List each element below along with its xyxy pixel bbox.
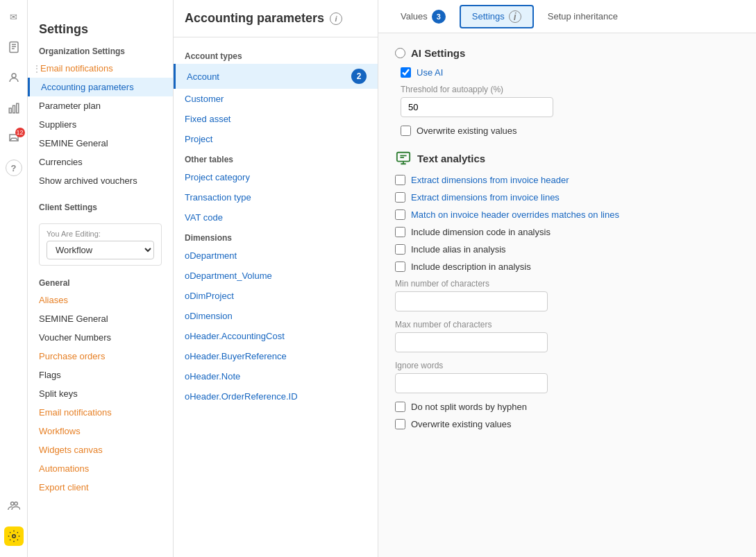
use-ai-row: Use AI: [401, 67, 739, 78]
tab-bar: Values 3 Settings i Setup inheritance: [378, 0, 756, 33]
nav-widgets-canvas[interactable]: Widgets canvas: [28, 440, 173, 459]
list-item-transaction-type[interactable]: Transaction type: [174, 187, 378, 207]
list-item-oheader-orderreference[interactable]: oHeader.OrderReference.ID: [174, 386, 378, 406]
nav-email-notif-client[interactable]: Email notifications: [28, 403, 173, 422]
overwrite-bottom-label: Overwrite existing values: [411, 419, 512, 429]
nav-automations[interactable]: Automations: [28, 459, 173, 478]
inbox-nav-icon[interactable]: 12: [4, 129, 24, 148]
person-nav-icon[interactable]: [4, 68, 24, 87]
nav-export-client[interactable]: Export client: [28, 478, 173, 497]
list-item-customer[interactable]: Customer: [174, 89, 378, 109]
include-desc-checkbox[interactable]: [395, 262, 405, 272]
ignore-words-input[interactable]: [395, 373, 548, 393]
text-analytics-icon: [395, 150, 412, 166]
max-chars-row: Max number of characters: [395, 320, 739, 352]
workflow-select[interactable]: Workflow: [47, 241, 154, 259]
svg-point-8: [10, 502, 14, 506]
extract-lines-checkbox[interactable]: [395, 192, 405, 203]
overwrite-bottom-checkbox[interactable]: [395, 419, 405, 429]
list-item-fixed-asset[interactable]: Fixed asset: [174, 109, 378, 129]
nav-semine-general-client[interactable]: SEMINE General: [28, 309, 173, 328]
list-item-odepartment[interactable]: oDepartment: [174, 246, 378, 266]
include-alias-checkbox[interactable]: [395, 244, 405, 255]
nav-parameter-plan[interactable]: Parameter plan: [28, 96, 173, 115]
list-item-odepartment-volume[interactable]: oDepartment_Volume: [174, 266, 378, 286]
nav-voucher-numbers[interactable]: Voucher Numbers: [28, 328, 173, 347]
include-desc-row: Include description in analysis: [395, 262, 739, 272]
extract-header-checkbox[interactable]: [395, 175, 405, 185]
tab-values[interactable]: Values 3: [389, 6, 457, 28]
left-nav: Settings Organization Settings ⋮ Email n…: [28, 0, 174, 557]
threshold-input[interactable]: [401, 97, 553, 117]
nav-currencies[interactable]: Currencies: [28, 153, 173, 171]
min-chars-input[interactable]: [395, 291, 548, 311]
tab-setup-inheritance[interactable]: Setup inheritance: [537, 7, 629, 26]
ai-settings-radio[interactable]: [395, 48, 405, 58]
account-badge: 2: [351, 69, 367, 84]
nav-semine-general[interactable]: SEMINE General: [28, 134, 173, 153]
no-split-hyphen-row: Do not split words by hyphen: [395, 402, 739, 412]
list-item-odimension[interactable]: oDimension: [174, 306, 378, 326]
email-nav-icon[interactable]: ✉: [4, 7, 24, 26]
svg-rect-6: [12, 105, 15, 113]
use-ai-checkbox[interactable]: [401, 67, 411, 78]
include-dim-code-label: Include dimension code in analysis: [411, 227, 551, 237]
tab-values-label: Values: [401, 11, 428, 22]
match-override-checkbox[interactable]: [395, 209, 405, 220]
list-item-account[interactable]: Account 2: [174, 64, 378, 89]
list-item-oheader-buyerreference[interactable]: oHeader.BuyerReference: [174, 346, 378, 366]
overwrite-top-label: Overwrite existing values: [417, 126, 517, 136]
svg-rect-5: [9, 108, 11, 113]
overwrite-top-checkbox[interactable]: [401, 126, 411, 136]
org-section-label: Organization Settings: [28, 42, 173, 59]
no-split-hyphen-label: Do not split words by hyphen: [411, 402, 527, 412]
extract-header-row: Extract dimensions from invoice header: [395, 175, 739, 185]
list-item-odimproject[interactable]: oDimProject: [174, 286, 378, 306]
values-badge: 3: [432, 10, 446, 24]
svg-point-4: [12, 74, 16, 78]
match-override-label: Match on invoice header overrides matche…: [411, 209, 619, 220]
icon-sidebar: ✉ 12 ?: [0, 0, 28, 557]
include-dim-code-checkbox[interactable]: [395, 227, 405, 237]
question-nav-icon[interactable]: ?: [6, 160, 22, 176]
other-tables-label: Other tables: [174, 149, 378, 167]
text-analytics-label: Text analytics: [417, 153, 485, 164]
people-nav-icon[interactable]: [4, 496, 24, 515]
right-panel: Values 3 Settings i Setup inheritance AI…: [378, 0, 756, 557]
no-split-hyphen-checkbox[interactable]: [395, 402, 405, 412]
nav-flags[interactable]: Flags: [28, 366, 173, 384]
list-item-project[interactable]: Project: [174, 129, 378, 149]
include-desc-label: Include description in analysis: [411, 262, 531, 272]
nav-split-keys[interactable]: Split keys: [28, 384, 173, 403]
ignore-words-row: Ignore words: [395, 361, 739, 393]
nav-purchase-orders[interactable]: Purchase orders: [28, 347, 173, 366]
nav-email-notifications[interactable]: ⋮ Email notifications: [28, 59, 173, 78]
list-item-oheader-note[interactable]: oHeader.Note: [174, 366, 378, 386]
svg-rect-11: [397, 153, 410, 162]
middle-panel: Accounting parameters i Account types Ac…: [174, 0, 378, 557]
nav-workflows[interactable]: Workflows: [28, 422, 173, 440]
nav-suppliers[interactable]: Suppliers: [28, 115, 173, 134]
settings-help-icon[interactable]: i: [509, 10, 521, 23]
dimensions-label: Dimensions: [174, 228, 378, 246]
min-chars-row: Min number of characters: [395, 279, 739, 311]
document-nav-icon[interactable]: [4, 37, 24, 57]
settings-title: Settings: [28, 11, 173, 42]
nav-aliases[interactable]: Aliases: [28, 291, 173, 309]
list-item-oheader-accountingcost[interactable]: oHeader.AccountingCost: [174, 326, 378, 346]
list-item-project-category[interactable]: Project category: [174, 167, 378, 187]
nav-accounting-parameters[interactable]: Accounting parameters: [28, 78, 173, 96]
list-item-vat-code[interactable]: VAT code: [174, 207, 378, 228]
match-override-row: Match on invoice header overrides matche…: [395, 209, 739, 220]
gear-nav-icon[interactable]: [4, 526, 24, 546]
middle-panel-help-icon[interactable]: i: [330, 12, 342, 25]
max-chars-input[interactable]: [395, 332, 548, 352]
nav-show-archived[interactable]: Show archived vouchers: [28, 171, 173, 190]
tab-settings[interactable]: Settings i: [460, 5, 534, 28]
ai-settings-section: AI Settings: [395, 47, 739, 59]
extract-header-label: Extract dimensions from invoice header: [411, 175, 569, 185]
include-alias-row: Include alias in analysis: [395, 244, 739, 255]
chart-nav-icon[interactable]: [4, 98, 24, 118]
ignore-words-label: Ignore words: [395, 361, 739, 370]
editing-label: You Are Editing:: [47, 230, 154, 238]
